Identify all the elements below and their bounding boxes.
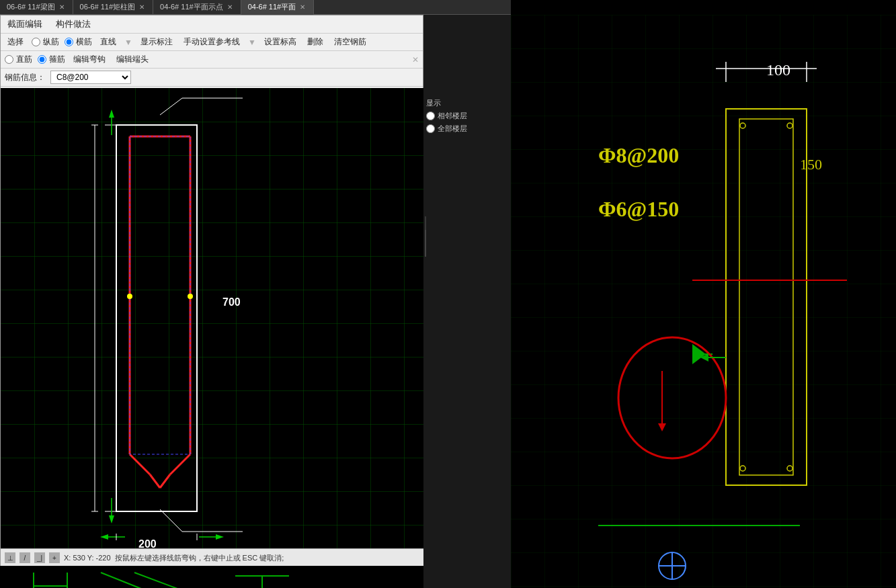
tab-bar: 06-6# 11#梁图 ✕ 06-6# 11#矩柱图 ✕ 04-6# 11#平面…: [0, 0, 511, 15]
tab-plan-active-close[interactable]: ✕: [298, 3, 307, 11]
snap-icon-3[interactable]: _|: [34, 552, 45, 563]
radio-row-all: 全部楼层: [426, 124, 508, 134]
svg-rect-39: [511, 15, 896, 588]
svg-line-7: [160, 474, 170, 488]
btn-edit-end[interactable]: 编辑端头: [114, 53, 151, 66]
svg-line-22: [160, 509, 182, 532]
status-message: 按鼠标左键选择线筋弯钩，右键中止或 ESC 键取消;: [115, 553, 284, 563]
tab-column-label: 06-6# 11#矩柱图: [80, 2, 136, 12]
btn-clear-steel[interactable]: 清空钢筋: [331, 36, 369, 48]
right-cad-svg: Φ8@200 Φ6@150 100 150: [511, 15, 896, 588]
tab-plan-point-label: 04-6# 11#平面示点: [160, 2, 223, 12]
close-icon[interactable]: ✕: [412, 55, 419, 65]
tab-beam[interactable]: 06-6# 11#梁图 ✕: [0, 0, 73, 15]
adjacent-floor-label: 相邻楼层: [438, 111, 467, 121]
radio-stirrup-label: 横筋: [76, 36, 92, 48]
btn-select[interactable]: 选择: [5, 36, 26, 48]
cad-canvas[interactable]: 700 200: [1, 88, 424, 566]
steel-info-row: 钢筋信息： C8@200: [1, 69, 423, 87]
snap-icon-1[interactable]: ⊥: [5, 552, 15, 563]
svg-line-4: [130, 454, 150, 474]
dim-height: 700: [222, 296, 241, 308]
steel-info-select[interactable]: C8@200: [50, 71, 131, 84]
btn-set-height[interactable]: 设置标高: [261, 36, 299, 48]
radio-all-floor[interactable]: [426, 124, 435, 133]
display-section: 显示 相邻楼层 全部楼层: [423, 95, 511, 136]
toolbar2: 直筋 箍筋 编辑弯钩 编辑端头 ✕: [1, 51, 423, 69]
svg-line-34: [134, 573, 188, 588]
left-panel: 截面编辑 构件做法 选择 纵筋 横筋 直线 ▼ 显示标注 手动设置参考线 ▼ 设…: [0, 15, 423, 566]
radio-longitudinal[interactable]: [32, 38, 40, 46]
svg-line-20: [160, 98, 182, 115]
radio-straight[interactable]: [5, 55, 13, 64]
btn-display-mark[interactable]: 显示标注: [138, 36, 175, 48]
radio-adjacent-floor[interactable]: [426, 112, 435, 120]
menu-section-edit[interactable]: 截面编辑: [5, 17, 45, 32]
radio-group-stirrup2: 箍筋: [38, 54, 65, 65]
svg-marker-27: [216, 534, 224, 540]
display-label: 显示: [426, 98, 508, 108]
svg-text:Φ6@150: Φ6@150: [598, 197, 679, 221]
tab-plan-active[interactable]: 04-6# 11#平面 ✕: [241, 0, 315, 15]
radio-straight-label: 直筋: [16, 54, 32, 65]
svg-text:150: 150: [800, 156, 822, 173]
svg-point-9: [127, 294, 132, 299]
tab-column-close[interactable]: ✕: [138, 3, 146, 11]
tab-beam-close[interactable]: ✕: [58, 3, 66, 11]
middle-strip: 显示 相邻楼层 全部楼层: [423, 15, 511, 588]
radio-group-straight: 直筋: [5, 54, 32, 65]
btn-edit-hook[interactable]: 编辑弯钩: [71, 53, 108, 66]
all-floor-label: 全部楼层: [438, 124, 467, 134]
cad-drawing-svg: [1, 88, 424, 566]
btn-manual-ref[interactable]: 手动设置参考线: [181, 36, 243, 48]
radio-group-longitudinal: 纵筋: [32, 36, 59, 48]
snap-icon-4[interactable]: +: [49, 552, 60, 563]
toolbar1: 选择 纵筋 横筋 直线 ▼ 显示标注 手动设置参考线 ▼ 设置标高 删除 清空钢…: [1, 34, 423, 51]
svg-line-33: [101, 573, 168, 588]
radio-stirrup2[interactable]: [38, 55, 46, 64]
tab-plan-point-close[interactable]: ✕: [226, 3, 234, 11]
tab-column[interactable]: 06-6# 11#矩柱图 ✕: [73, 0, 154, 15]
status-coords: X: 530 Y: -220: [64, 554, 111, 562]
status-bar: ⊥ / _| + X: 530 Y: -220 按鼠标左键选择线筋弯钩，右键中止…: [1, 548, 424, 566]
svg-point-10: [188, 294, 193, 299]
radio-row-adjacent: 相邻楼层: [426, 111, 508, 121]
svg-rect-0: [116, 125, 197, 511]
menu-component-method[interactable]: 构件做法: [53, 17, 93, 32]
svg-line-5: [170, 454, 190, 474]
right-cad-panel[interactable]: Φ8@200 Φ6@150 100 150: [511, 15, 896, 588]
tab-plan-point[interactable]: 04-6# 11#平面示点 ✕: [153, 0, 241, 15]
svg-rect-8: [130, 136, 190, 454]
radio-stirrup2-label: 箍筋: [49, 54, 65, 65]
svg-marker-17: [109, 515, 114, 523]
btn-line[interactable]: 直线: [97, 36, 119, 48]
svg-text:Φ8@200: Φ8@200: [598, 143, 679, 167]
btn-delete[interactable]: 删除: [304, 36, 326, 48]
svg-marker-25: [100, 534, 108, 540]
radio-longitudinal-label: 纵筋: [43, 36, 59, 48]
tab-plan-active-label: 04-6# 11#平面: [248, 2, 296, 12]
radio-stirrup[interactable]: [65, 38, 73, 46]
tab-beam-label: 06-6# 11#梁图: [7, 2, 55, 12]
radio-group-stirrup: 横筋: [65, 36, 92, 48]
svg-text:100: 100: [766, 61, 790, 79]
svg-line-6: [150, 474, 160, 488]
menu-bar: 截面编辑 构件做法: [1, 15, 423, 34]
steel-info-label: 钢筋信息：: [5, 72, 45, 83]
svg-marker-19: [109, 110, 114, 118]
snap-icon-2[interactable]: /: [19, 552, 30, 563]
bottom-strip: [0, 566, 423, 588]
